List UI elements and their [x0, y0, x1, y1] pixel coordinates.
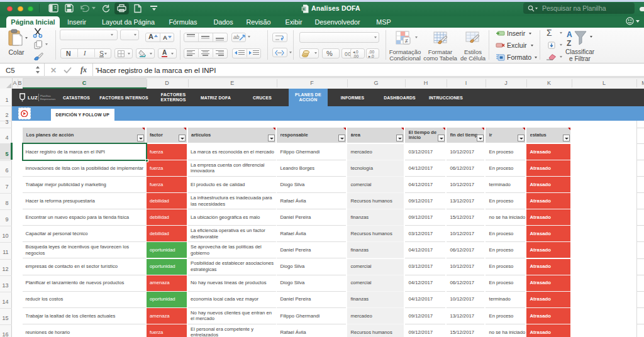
svg-text:A: A	[567, 30, 572, 39]
svg-text:≠: ≠	[405, 38, 408, 44]
svg-text:Z: Z	[567, 39, 571, 48]
